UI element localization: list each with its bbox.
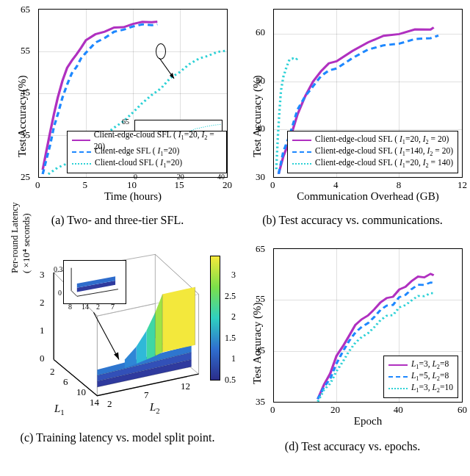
tick: 40 xyxy=(394,404,403,416)
plot-d-axes: L1=3, L2=8 L1=5, L2=8 L1=3, L2=10 xyxy=(273,248,463,403)
tick: 7 xyxy=(144,389,149,401)
tick: 2 xyxy=(40,297,45,309)
tick: 12 xyxy=(458,179,467,191)
tick: 2.5 xyxy=(225,290,236,301)
tick: 7 xyxy=(111,303,115,311)
tick: 0 xyxy=(40,353,45,364)
annotation-arrow xyxy=(159,58,181,83)
xlabel: Epoch xyxy=(273,415,463,428)
legend-item: L1=5, L2=8 xyxy=(411,371,449,382)
subplot-d: L1=3, L2=8 L1=5, L2=8 L1=3, L2=10 35 45 … xyxy=(235,228,470,470)
zlabel-2: ( ×10⁴ seconds) xyxy=(21,213,32,273)
xlabel: Time (hours) xyxy=(38,190,228,203)
tick: 55 xyxy=(21,45,30,57)
tick: 35 xyxy=(256,396,265,408)
tick: 2 xyxy=(96,303,100,311)
legend-item: Client-edge-cloud SFL ( I1=140, I2 = 20) xyxy=(315,146,453,157)
figure-grid: 0 20 40 25 45 65 Client-edge-cloud SFL (… xyxy=(0,0,470,470)
tick: 65 xyxy=(21,4,30,15)
tick: 0 xyxy=(35,179,40,191)
tick: 65 xyxy=(256,243,265,255)
tick: 0 xyxy=(58,289,62,297)
tick: 60 xyxy=(256,26,265,38)
tick: 8 xyxy=(68,303,72,311)
tick: 20 xyxy=(330,404,340,416)
tick: 65 xyxy=(122,118,129,126)
tick: 5 xyxy=(83,179,88,191)
tick: 0.3 xyxy=(54,265,63,273)
caption-a: (a) Two- and three-tier SFL. xyxy=(3,209,232,228)
svg-marker-22 xyxy=(114,353,119,360)
legend-item: L1=3, L2=10 xyxy=(411,383,453,394)
tick: 20 xyxy=(223,179,232,191)
tick: 0 xyxy=(270,179,275,191)
tick: 10 xyxy=(76,386,86,398)
tick: 60 xyxy=(458,404,467,416)
tick: 0 xyxy=(270,404,275,416)
caption-b: (b) Test accuracy vs. communications. xyxy=(238,209,467,228)
zlabel: Per-round Latency xyxy=(9,202,21,273)
tick: 12 xyxy=(181,381,190,392)
plot-a-axes: 0 20 40 25 45 65 Client-edge-cloud SFL (… xyxy=(38,9,228,178)
tick: 3 xyxy=(40,269,45,281)
tick: 0.5 xyxy=(225,375,236,386)
tick: 25 xyxy=(21,171,30,183)
svg-marker-12 xyxy=(137,331,147,364)
plot-d-legend: L1=3, L2=8 L1=5, L2=8 L1=3, L2=10 xyxy=(383,356,458,398)
subplot-a: 0 20 40 25 45 65 Client-edge-cloud SFL (… xyxy=(0,0,235,228)
legend-item: Client-cloud SFL ( I1=20) xyxy=(95,158,182,169)
xlabel: Communication Overhead (GB) xyxy=(273,190,463,203)
plot-b-axes: Client-edge-cloud SFL ( I1=20, I2 = 20) … xyxy=(273,9,463,178)
axis-L2: L2 xyxy=(150,401,160,415)
ylabel: Test Accuracy (%) xyxy=(251,76,264,157)
tick: 6 xyxy=(63,376,68,388)
annotation-marker xyxy=(156,43,166,60)
tick: 30 xyxy=(256,171,265,183)
colorbar: 0.5 1 1.5 2 2.5 3 xyxy=(210,256,220,381)
ylabel: Test Accuracy (%) xyxy=(16,76,29,157)
subplot-b: Client-edge-cloud SFL ( I1=20, I2 = 20) … xyxy=(235,0,470,228)
caption-c: (c) Training latency vs. model split poi… xyxy=(3,426,232,445)
tick: 1.5 xyxy=(225,332,236,343)
tick: 14 xyxy=(82,303,89,311)
tick: 14 xyxy=(90,397,99,408)
caption-d: (d) Test accuracy vs. epochs. xyxy=(238,435,467,454)
tick: 2 xyxy=(107,398,112,410)
legend-item: L1=3, L2=8 xyxy=(411,359,449,370)
tick: 1 xyxy=(40,325,45,336)
tick: 15 xyxy=(175,179,184,191)
tick: 10 xyxy=(127,179,137,191)
svg-marker-11 xyxy=(146,312,155,359)
subplot-c: 0 1 2 3 2 6 10 14 2 7 12 Per-round Laten… xyxy=(0,228,235,470)
plot-c-inset: 0.3 0 8 14 2 7 xyxy=(63,260,126,304)
legend-item: Client-edge SFL ( I1=20) xyxy=(95,146,179,157)
tick: 2 xyxy=(50,366,55,378)
tick: 4 xyxy=(333,179,339,191)
legend-item: Client-edge-cloud SFL ( I1=20, I2 = 20) xyxy=(315,134,449,145)
plot-a-legend: Client-edge-cloud SFL ( I1=20, I2 = 20) … xyxy=(67,131,227,173)
plot-b-legend: Client-edge-cloud SFL ( I1=20, I2 = 20) … xyxy=(287,131,458,173)
tick: 8 xyxy=(397,179,402,191)
svg-marker-9 xyxy=(162,287,195,353)
ylabel: Test Accuracy (%) xyxy=(251,302,264,383)
axis-L1: L1 xyxy=(54,403,65,416)
legend-item: Client-edge-cloud SFL ( I1=20, I2 = 140) xyxy=(315,158,453,169)
